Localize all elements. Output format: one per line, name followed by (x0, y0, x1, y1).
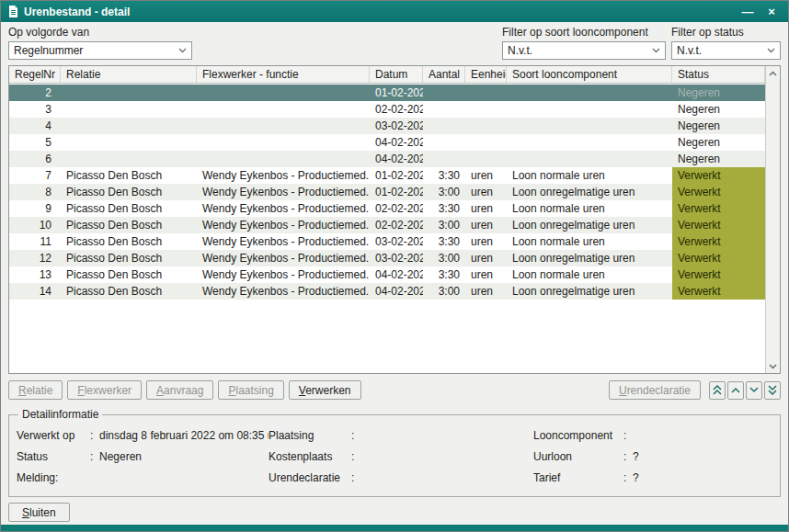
table-row[interactable]: 504-02-2022Negeren (9, 134, 765, 151)
cell-aantal: 3:00 (423, 217, 465, 233)
next-row-button[interactable] (746, 381, 762, 400)
sort-order-label: Op volgorde van (8, 26, 192, 39)
cell-datum: 04-02-2022 (370, 134, 423, 151)
column-header-component: Soort looncomponent (507, 66, 672, 83)
column-header-status: Status (672, 66, 765, 83)
detail-row: Melding: (17, 467, 269, 488)
cell-aantal: 3:00 (423, 184, 465, 200)
cell-flexwerker (197, 101, 370, 118)
cell-flexwerker: Wendy Eykenbos - Productiemed... (197, 250, 370, 266)
column-header-eenheid: Eenheid (465, 66, 507, 83)
cell-regelnr: 11 (9, 233, 61, 250)
cell-component: Loon normale uren (507, 266, 672, 283)
cell-status: Verwerkt (672, 167, 765, 184)
cell-relatie: Picasso Den Bosch (61, 283, 197, 300)
detail-row: Uurloon:? (533, 446, 772, 467)
cell-relatie: Picasso Den Bosch (61, 233, 197, 250)
cell-flexwerker: Wendy Eykenbos - Productiemed... (197, 266, 370, 283)
component-filter-label: Filter op soort looncomponent (502, 26, 666, 39)
aanvraag-button[interactable]: Aanvraag (146, 380, 213, 400)
cell-component: Loon onregelmatige uren (507, 184, 672, 200)
table-row[interactable]: 201-02-2022Negeren (9, 85, 765, 101)
detail-value: dinsdag 8 februari 2022 om 08:35 uur (99, 429, 269, 442)
urendeclaratie-button[interactable]: Urendeclaratie (609, 380, 701, 400)
cell-flexwerker: Wendy Eykenbos - Productiemed... (197, 184, 370, 200)
cell-relatie: Picasso Den Bosch (61, 217, 197, 233)
titlebar: Urenbestand - detail — × (1, 1, 788, 22)
verwerken-button[interactable]: Verwerken (289, 380, 361, 400)
table-row[interactable]: 7Picasso Den BoschWendy Eykenbos - Produ… (9, 167, 765, 184)
detail-colon: : (623, 429, 633, 442)
cell-datum: 02-02-2022 (370, 217, 423, 233)
component-filter-select[interactable]: N.v.t. (502, 41, 666, 60)
cell-regelnr: 6 (9, 151, 61, 167)
table-row[interactable]: 11Picasso Den BoschWendy Eykenbos - Prod… (9, 233, 765, 250)
status-filter-label: Filter op status (671, 26, 781, 39)
status-filter-select[interactable]: N.v.t. (671, 41, 781, 60)
table-row[interactable]: 13Picasso Den BoschWendy Eykenbos - Prod… (9, 266, 765, 283)
table-row[interactable]: 12Picasso Den BoschWendy Eykenbos - Prod… (9, 250, 765, 266)
cell-eenheid (465, 85, 507, 101)
cell-eenheid: uren (465, 200, 507, 217)
sluiten-button[interactable]: Sluiten (8, 503, 70, 522)
cell-regelnr: 9 (9, 200, 61, 217)
sort-order-field: Op volgorde van Regelnummer (8, 26, 192, 60)
cell-aantal: 3:30 (423, 200, 465, 217)
vertical-scrollbar[interactable] (765, 66, 780, 373)
detail-label: Verwerkt op (17, 429, 90, 442)
cell-flexwerker (197, 134, 370, 151)
chevron-down-icon (769, 364, 777, 369)
table-row[interactable]: 9Picasso Den BoschWendy Eykenbos - Produ… (9, 200, 765, 217)
cell-eenheid (465, 101, 507, 118)
cell-datum: 03-02-2022 (370, 118, 423, 134)
relatie-button[interactable]: Relatie (8, 380, 63, 400)
status-filter-field: Filter op status N.v.t. (671, 26, 781, 60)
last-row-button[interactable] (764, 381, 781, 400)
cell-flexwerker: Wendy Eykenbos - Productiemed... (197, 167, 370, 184)
chevron-down-icon (767, 48, 775, 53)
table-row[interactable]: 403-02-2022Negeren (9, 118, 765, 134)
scroll-down-button[interactable] (766, 359, 780, 373)
cell-datum: 04-02-2022 (370, 151, 423, 167)
detail-row: Urendeclaratie: (269, 467, 533, 488)
scroll-up-button[interactable] (766, 66, 780, 80)
close-button[interactable]: × (762, 1, 781, 22)
sort-order-select[interactable]: Regelnummer (8, 41, 192, 60)
cell-flexwerker (197, 118, 370, 134)
detail-label: Urendeclaratie (269, 471, 351, 484)
cell-status: Negeren (672, 134, 765, 151)
row-navigation (709, 381, 781, 400)
cell-component (507, 85, 672, 101)
cell-datum: 01-02-2022 (370, 184, 423, 200)
cell-status: Verwerkt (672, 250, 765, 266)
minimize-button[interactable]: — (738, 1, 757, 22)
detail-row: Plaatsing: (269, 424, 533, 446)
table-row[interactable]: 302-02-2022Negeren (9, 101, 765, 118)
cell-eenheid (465, 118, 507, 134)
cell-status: Negeren (672, 118, 765, 134)
column-header-datum: Datum (370, 66, 423, 83)
cell-flexwerker: Wendy Eykenbos - Productiemed... (197, 233, 370, 250)
plaatsing-button[interactable]: Plaatsing (218, 380, 283, 400)
cell-status: Verwerkt (672, 266, 765, 283)
previous-row-button[interactable] (727, 381, 744, 400)
first-row-button[interactable] (709, 381, 726, 400)
detail-label: Tarief (533, 471, 623, 484)
table-header: RegelNr Relatie Flexwerker - functie Dat… (9, 66, 765, 84)
cell-status: Verwerkt (672, 233, 765, 250)
cell-status: Verwerkt (672, 200, 765, 217)
table-row[interactable]: 10Picasso Den BoschWendy Eykenbos - Prod… (9, 217, 765, 233)
flexwerker-button[interactable]: Flexwerker (67, 380, 142, 400)
cell-status: Negeren (672, 85, 765, 101)
cell-regelnr: 4 (9, 118, 61, 134)
detail-col-2: Plaatsing:Kostenplaats:Urendeclaratie: (269, 424, 533, 488)
table-row[interactable]: 14Picasso Den BoschWendy Eykenbos - Prod… (9, 283, 765, 300)
cell-regelnr: 5 (9, 134, 61, 151)
table-row[interactable]: 8Picasso Den BoschWendy Eykenbos - Produ… (9, 184, 765, 200)
detail-value: ? (633, 471, 639, 484)
detail-colon: : (351, 450, 360, 463)
detail-label: Kostenplaats (269, 450, 351, 463)
detail-row: Verwerkt op:dinsdag 8 februari 2022 om 0… (17, 424, 269, 446)
table-row[interactable]: 604-02-2022Negeren (9, 151, 765, 167)
cell-component (507, 134, 672, 151)
